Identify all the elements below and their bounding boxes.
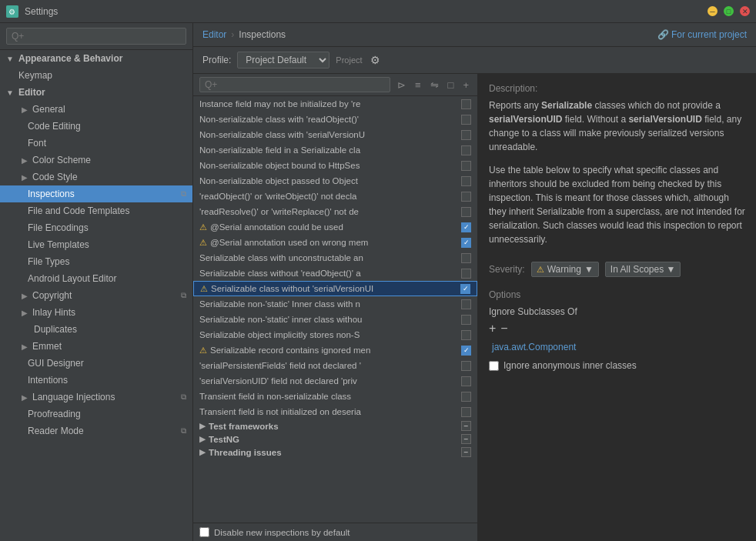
item-checkbox[interactable] [461, 376, 471, 386]
item-checkbox[interactable] [461, 130, 471, 140]
item-checkbox[interactable]: ✓ [460, 284, 470, 294]
view-options-button[interactable]: □ [446, 78, 457, 92]
sidebar-item-label: GUI Designer [28, 358, 186, 369]
item-checkbox[interactable] [461, 207, 471, 217]
maximize-button[interactable]: □ [724, 6, 734, 16]
list-item[interactable]: Serializable non-'static' Inner class wi… [193, 296, 477, 312]
item-checkbox[interactable] [461, 407, 471, 417]
list-item[interactable]: 'readResolve()' or 'writeReplace()' not … [193, 204, 477, 219]
list-item[interactable]: Instance field may not be initialized by… [193, 96, 477, 112]
window-title: Settings [25, 6, 707, 17]
sidebar-item-general[interactable]: ▶ General [0, 101, 192, 118]
sidebar-item-code-editing[interactable]: Code Editing [0, 118, 192, 135]
disable-new-inspections-checkbox[interactable] [199, 527, 209, 537]
item-checkbox[interactable] [461, 253, 471, 263]
list-item[interactable]: ⚠ @Serial annotation used on wrong mem ✓ [193, 235, 477, 250]
sidebar-item-android-layout-editor[interactable]: Android Layout Editor [0, 270, 192, 287]
sidebar-item-editor[interactable]: ▼ Editor [0, 84, 192, 101]
sidebar-item-keymap[interactable]: Keymap [0, 67, 192, 84]
item-checkbox[interactable] [461, 299, 471, 309]
list-item[interactable]: ⚠ @Serial annotation could be used ✓ [193, 219, 477, 235]
group-minus-checkbox[interactable]: − [461, 421, 471, 431]
profile-gear-button[interactable]: ⚙ [369, 52, 382, 68]
item-checkbox[interactable] [461, 361, 471, 371]
sidebar-item-file-code-templates[interactable]: File and Code Templates [0, 202, 192, 219]
list-item[interactable]: 'serialPersistentFields' field not decla… [193, 358, 477, 373]
sidebar-item-file-types[interactable]: File Types [0, 253, 192, 270]
item-checkbox[interactable] [461, 392, 471, 402]
item-checkbox[interactable] [461, 99, 471, 109]
inspection-search-input[interactable] [199, 77, 390, 92]
minimize-button[interactable]: ─ [707, 6, 718, 16]
list-item[interactable]: Serializable non-'static' inner class wi… [193, 312, 477, 327]
item-checkbox[interactable]: ✓ [461, 346, 471, 356]
reader-mode-copy-icon: ⧉ [181, 426, 186, 436]
code-style-arrow: ▶ [22, 173, 29, 182]
list-item[interactable]: Transient field in non-serializable clas… [193, 389, 477, 404]
list-item[interactable]: Serializable class with unconstructable … [193, 250, 477, 265]
group-testng[interactable]: ▶ TestNG − [193, 432, 477, 446]
profile-dropdown[interactable]: Project Default [237, 52, 329, 68]
remove-subclass-button[interactable]: − [500, 322, 507, 336]
item-checkbox[interactable] [461, 176, 471, 186]
filter-button[interactable]: ⊳ [395, 78, 408, 92]
severity-dropdown[interactable]: ⚠ Warning ▼ [531, 262, 599, 277]
add-subclass-button[interactable]: + [489, 322, 496, 336]
item-checkbox[interactable] [461, 145, 471, 155]
group-test-frameworks[interactable]: ▶ Test frameworks − [193, 419, 477, 432]
sidebar-item-file-encodings[interactable]: File Encodings [0, 219, 192, 236]
sidebar-item-intentions[interactable]: Intentions [0, 372, 192, 389]
list-item[interactable]: Non-serializable field in a Serializable… [193, 142, 477, 158]
sidebar-item-inlay-hints[interactable]: ▶ Inlay Hints [0, 304, 192, 321]
sidebar-item-duplicates[interactable]: Duplicates [0, 321, 192, 338]
item-checkbox[interactable] [461, 161, 471, 171]
item-checkbox[interactable] [461, 269, 471, 279]
close-button[interactable]: ✕ [740, 6, 750, 16]
serialversionuid-bold2: serialVersionUID [628, 114, 701, 125]
expand-all-button[interactable]: ≡ [413, 78, 423, 92]
sidebar-item-emmet[interactable]: ▶ Emmet [0, 338, 192, 355]
scope-dropdown[interactable]: In All Scopes ▼ [605, 262, 681, 277]
group-threading-issues[interactable]: ▶ Threading issues − [193, 446, 477, 459]
list-item[interactable]: Non-serializable object passed to Object [193, 173, 477, 189]
list-item[interactable]: Serializable class without 'readObject()… [193, 265, 477, 281]
list-item[interactable]: 'readObject()' or 'writeObject()' not de… [193, 189, 477, 204]
sidebar-item-color-scheme[interactable]: ▶ Color Scheme [0, 152, 192, 169]
sidebar-item-proofreading[interactable]: Proofreading [0, 406, 192, 422]
add-inspection-button[interactable]: + [460, 78, 471, 92]
item-checkbox[interactable] [461, 115, 471, 125]
sidebar-item-language-injections[interactable]: ▶ Language Injections ⧉ [0, 389, 192, 406]
breadcrumb-editor[interactable]: Editor [202, 29, 226, 40]
list-item[interactable]: Non-serializable class with 'readObject(… [193, 112, 477, 127]
description-text: Reports any Serializable classes which d… [489, 99, 745, 154]
list-item[interactable]: 'serialVersionUID' field not declared 'p… [193, 373, 477, 389]
list-item[interactable]: Transient field is not initialized on de… [193, 404, 477, 419]
item-checkbox[interactable]: ✓ [461, 238, 471, 248]
sidebar-item-copyright[interactable]: ▶ Copyright ⧉ [0, 287, 192, 304]
item-checkbox[interactable]: ✓ [461, 222, 471, 232]
sidebar-item-code-style[interactable]: ▶ Code Style [0, 169, 192, 185]
sidebar-item-font[interactable]: Font [0, 135, 192, 152]
sidebar-search-input[interactable] [6, 28, 186, 45]
serialversionuid-bold1: serialVersionUID [489, 114, 562, 125]
sidebar-item-reader-mode[interactable]: Reader Mode ⧉ [0, 422, 192, 439]
collapse-all-button[interactable]: ⇋ [428, 78, 441, 92]
item-checkbox[interactable] [461, 330, 471, 340]
sidebar-item-inspections[interactable]: Inspections ⧉ [0, 185, 192, 202]
ignore-anonymous-checkbox[interactable] [489, 361, 499, 371]
list-item[interactable]: ⚠ Serializable record contains ignored m… [193, 342, 477, 358]
sidebar-item-gui-designer[interactable]: GUI Designer [0, 355, 192, 372]
for-current-project-link[interactable]: 🔗 For current project [657, 29, 747, 40]
sidebar-item-live-templates[interactable]: Live Templates [0, 236, 192, 253]
list-item[interactable]: Serializable object implicitly stores no… [193, 327, 477, 342]
list-item-selected[interactable]: ⚠ Serializable class without 'serialVers… [193, 281, 477, 296]
group-minus-checkbox[interactable]: − [461, 434, 471, 444]
item-checkbox[interactable] [461, 315, 471, 325]
group-minus-checkbox[interactable]: − [461, 447, 471, 457]
warning-icon: ⚠ [199, 222, 207, 232]
sidebar-item-label: Code Style [32, 172, 186, 182]
item-checkbox[interactable] [461, 192, 471, 202]
sidebar-item-appearance[interactable]: ▼ Appearance & Behavior [0, 50, 192, 67]
list-item[interactable]: Non-serializable object bound to HttpSes [193, 158, 477, 173]
list-item[interactable]: Non-serializable class with 'serialVersi… [193, 127, 477, 142]
